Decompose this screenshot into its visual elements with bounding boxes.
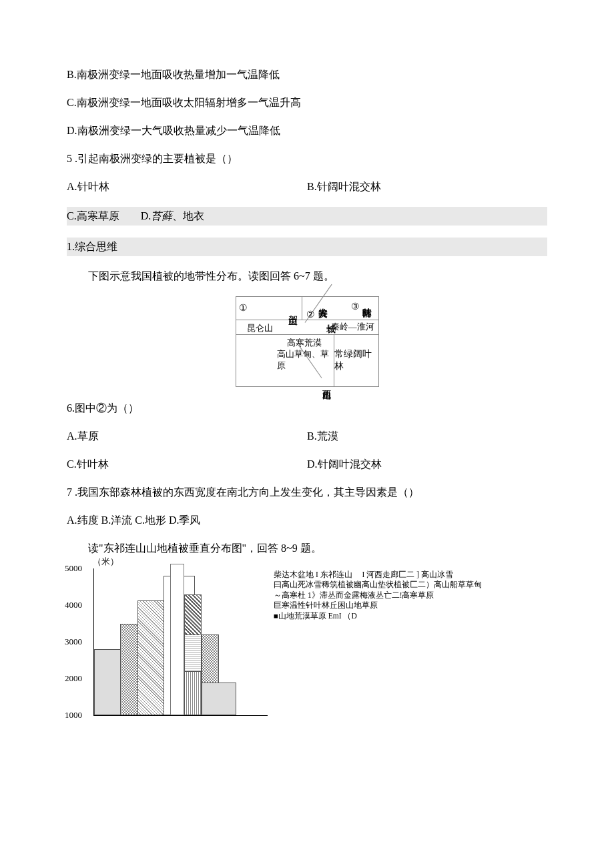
map-kunlun: 昆仑山	[240, 322, 273, 336]
ytick-4000: 4000	[65, 598, 82, 612]
map-num-1: ①	[239, 302, 248, 314]
legend-line-2: 曰高山死冰雪稀筑植被幽高山垫状植被匚二）高山船草草甸	[274, 580, 482, 590]
q6-option-d: D.针阔叶混交林	[307, 456, 547, 472]
map-helan: 贺兰山	[286, 308, 298, 310]
q7-stem: 7 .我国东部森林植被的东西宽度在南北方向上发生变化，其主导因素是（）	[67, 484, 547, 500]
qilian-figure-block: （米） 1000 2000 3000 4000 5000	[67, 568, 547, 716]
q6-7-intro: 下图示意我国植被的地带性分布。读图回答 6~7 题。	[67, 268, 547, 284]
legend-line-4: 巨寒温性针叶林丘困山地草原	[274, 600, 482, 611]
map-qinhuai: 秦岭—淮河	[331, 322, 374, 332]
ytick-5000: 5000	[65, 562, 82, 575]
q4-option-c: C.南极洲变绿一地面吸收太阳辐射增多一气温升高	[67, 95, 547, 111]
ytick-2000: 2000	[65, 672, 82, 685]
q6-stem: 6.图中②为（）	[67, 400, 547, 416]
q5-option-cd-highlight: C.高寒草原 D.苔藓、地衣	[67, 207, 547, 226]
china-vegetation-map: ① 贺兰山 ② 大兴安岭 ③ 长城 落叶阔叶林 昆仑山 秦岭—淮河 高寒荒漠	[236, 296, 379, 387]
chart-ylabel: （米）	[93, 555, 119, 568]
legend-line-1: 柴达木盆地 I 东祁连山 I 河西走廊匚二 ] 高山冰雪	[274, 570, 482, 580]
ytick-3000: 3000	[65, 635, 82, 648]
q5-option-a: A.针叶林	[67, 179, 307, 195]
q6-option-b: B.荒漠	[307, 428, 547, 444]
legend-line-3: ～高寒杜 1》滞丛而金露梅液丛亡二!高寒草原	[274, 590, 482, 601]
map-changlv: 常绿阔叶林	[334, 348, 378, 372]
section-heading: 1.综合思维	[67, 238, 547, 256]
q4-option-b: B.南极洲变绿一地面吸收热量增加一气温降低	[67, 67, 547, 83]
map-num-2: ②	[306, 309, 315, 321]
map-num-3: ③	[351, 301, 360, 313]
q7-options: A.纬度 B.洋流 C.地形 D.季风	[67, 512, 547, 528]
map-gaohan: 高寒荒漠	[277, 338, 332, 349]
q5-option-b: B.针阔叶混交林	[307, 179, 547, 195]
legend-line-5: ■山地荒漠草原 EmI （D	[274, 611, 482, 622]
qilian-legend: 柴达木盆地 I 东祁连山 I 河西走廊匚二 ] 高山冰雪 曰高山死冰雪稀筑植被幽…	[274, 568, 482, 622]
qilian-profile-chart: （米） 1000 2000 3000 4000 5000	[67, 568, 267, 716]
q6-option-a: A.草原	[67, 428, 307, 444]
q8-9-intro: 读"东祁连山山地植被垂直分布图"，回答 8~9 题。	[67, 540, 547, 556]
q5-stem: 5 .引起南极洲变绿的主要植被是（）	[67, 151, 547, 167]
ytick-1000: 1000	[65, 709, 82, 722]
q6-option-c: C.针叶林	[67, 456, 307, 472]
q4-option-d: D.南极洲变绿一大气吸收热量减少一气温降低	[67, 123, 547, 139]
